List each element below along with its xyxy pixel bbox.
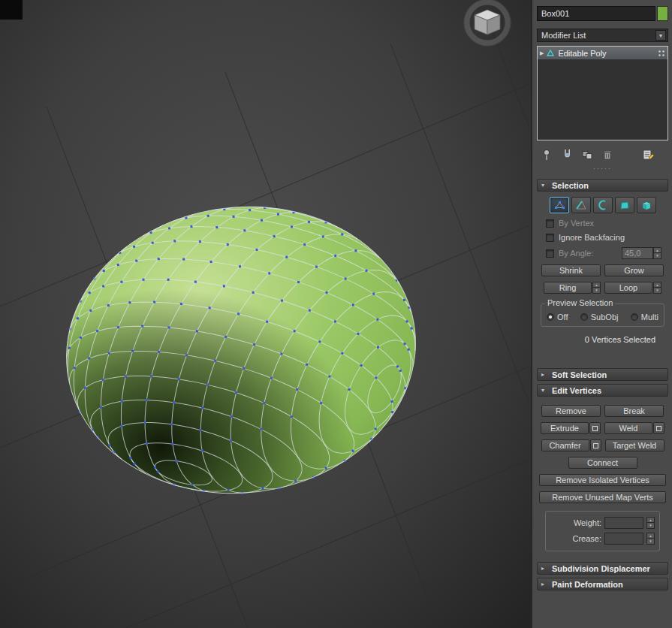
modifier-list-label: Modifier List — [541, 31, 655, 40]
weight-spinner-icon[interactable]: ▴▾ — [646, 517, 655, 529]
configure-modifier-sets-icon[interactable] — [640, 147, 655, 162]
preview-subobj-label: SubObj — [591, 312, 619, 322]
preview-selection-title: Preview Selection — [545, 298, 615, 307]
border-icon — [597, 200, 609, 210]
subobject-element-button[interactable] — [637, 197, 656, 213]
by-angle-row: By Angle: 45,0 ▴▾ — [539, 247, 666, 259]
crease-field[interactable] — [604, 533, 643, 545]
object-color-swatch[interactable] — [657, 6, 668, 21]
show-end-result-icon[interactable] — [559, 147, 574, 162]
extrude-settings-button[interactable] — [589, 422, 601, 434]
collapse-arrow-icon: ▾ — [541, 387, 548, 394]
weight-field[interactable] — [604, 517, 643, 529]
subobject-level-icon — [658, 50, 665, 57]
rollout-title: Soft Selection — [552, 370, 607, 379]
pin-stack-icon[interactable] — [539, 147, 554, 162]
selection-body: By Vertex Ignore Backfacing By Angle: 45… — [537, 192, 668, 355]
remove-button[interactable]: Remove — [541, 405, 601, 417]
radio-icon — [631, 313, 638, 321]
ignore-backfacing-label: Ignore Backfacing — [559, 233, 625, 242]
by-angle-label: By Angle: — [559, 249, 593, 258]
subobject-border-button[interactable] — [593, 197, 613, 213]
connect-row: Connect — [539, 457, 666, 469]
by-angle-spinner[interactable]: 45,0 ▴▾ — [622, 247, 661, 259]
viewport[interactable] — [0, 0, 531, 628]
expand-arrow-icon[interactable]: ▶ — [540, 50, 544, 56]
viewport-corner — [0, 0, 23, 20]
radio-icon — [547, 313, 554, 321]
ring-spinner-icon[interactable]: ▴▾ — [592, 282, 601, 294]
spinner-arrows-icon[interactable]: ▴▾ — [653, 247, 661, 259]
rollout-paint-deformation[interactable]: ▸ Paint Deformation — [537, 578, 668, 590]
object-name-field[interactable] — [537, 6, 655, 21]
ring-button[interactable]: Ring — [544, 282, 592, 294]
make-unique-icon[interactable] — [580, 147, 595, 162]
stack-toolbar — [537, 146, 668, 164]
remove-modifier-icon[interactable] — [600, 147, 615, 162]
crease-row: Crease: ▴▾ — [549, 533, 656, 545]
subobject-vertex-button[interactable] — [550, 197, 569, 213]
crease-label: Crease: — [565, 534, 601, 543]
loop-spinner-icon[interactable]: ▴▾ — [653, 282, 661, 294]
radio-icon — [580, 313, 588, 321]
weld-settings-button[interactable] — [653, 422, 664, 434]
weld-button[interactable]: Weld — [604, 422, 652, 434]
preview-multi-radio[interactable]: Multi — [631, 312, 658, 322]
shrink-button[interactable]: Shrink — [541, 264, 601, 276]
panel-resize-handle[interactable] — [537, 164, 668, 174]
vertex-icon — [553, 200, 565, 210]
ring-loop-row: Ring ▴▾ Loop ▴▾ — [539, 282, 666, 294]
modifier-stack[interactable]: ▶ Editable Poly — [537, 46, 668, 140]
command-panel: Modifier List ▼ ▶ Editable Poly — [531, 0, 672, 628]
chamfer-settings-button[interactable] — [590, 439, 601, 451]
weight-label: Weight: — [565, 518, 601, 527]
shrink-grow-row: Shrink Grow — [539, 264, 666, 276]
viewcube-cube[interactable] — [475, 10, 500, 35]
selection-status: 0 Vertices Selected — [539, 327, 666, 344]
remove-isolated-row: Remove Isolated Vertices — [539, 474, 666, 486]
settings-box-icon — [592, 426, 598, 431]
element-icon — [640, 200, 652, 210]
extrude-button[interactable]: Extrude — [541, 422, 589, 434]
edge-icon — [575, 200, 587, 210]
loop-button[interactable]: Loop — [604, 282, 652, 294]
remove-break-row: Remove Break — [539, 405, 666, 417]
subobject-polygon-button[interactable] — [615, 197, 634, 213]
preview-off-radio[interactable]: Off — [547, 312, 568, 322]
weight-crease-group: Weight: ▴▾ Crease: ▴▾ — [545, 511, 660, 551]
by-angle-checkbox[interactable] — [546, 249, 554, 258]
break-button[interactable]: Break — [604, 405, 664, 417]
rollout-edit-vertices[interactable]: ▾ Edit Vertices — [537, 384, 668, 397]
crease-spinner-icon[interactable]: ▴▾ — [646, 533, 655, 545]
stack-item-editable-poly[interactable]: ▶ Editable Poly — [538, 47, 667, 59]
rollout-soft-selection[interactable]: ▸ Soft Selection — [537, 368, 668, 381]
target-weld-button[interactable]: Target Weld — [605, 439, 664, 451]
edit-vertices-body: Remove Break Extrude Weld Chamfer Targe — [537, 397, 668, 551]
grow-button[interactable]: Grow — [604, 264, 664, 276]
viewport-canvas[interactable] — [0, 0, 531, 628]
ignore-backfacing-checkbox[interactable]: Ignore Backfacing — [539, 233, 666, 242]
rollout-title: Paint Deformation — [552, 580, 623, 589]
chevron-down-icon[interactable]: ▼ — [655, 30, 666, 41]
chamfer-button[interactable]: Chamfer — [541, 439, 589, 451]
object-name-row — [537, 6, 668, 21]
rollout-selection[interactable]: ▾ Selection — [537, 179, 668, 192]
collapse-arrow-icon: ▸ — [541, 371, 548, 378]
rollout-title: Subdivision Displacemer — [552, 564, 650, 573]
subobject-edge-button[interactable] — [571, 197, 591, 213]
preview-subobj-radio[interactable]: SubObj — [580, 312, 619, 322]
settings-box-icon — [593, 443, 598, 448]
rollout-subdivision-displacement[interactable]: ▸ Subdivision Displacemer — [537, 562, 668, 575]
app-root: Modifier List ▼ ▶ Editable Poly — [0, 0, 672, 628]
subobject-buttons — [539, 197, 666, 213]
by-vertex-checkbox[interactable]: By Vertex — [539, 219, 666, 228]
remove-unused-row: Remove Unused Map Verts — [539, 491, 666, 503]
editable-poly-icon — [547, 49, 555, 57]
settings-box-icon — [656, 426, 661, 431]
connect-button[interactable]: Connect — [568, 457, 637, 469]
remove-unused-map-verts-button[interactable]: Remove Unused Map Verts — [539, 491, 666, 503]
weight-row: Weight: ▴▾ — [549, 517, 656, 529]
by-angle-value[interactable]: 45,0 — [622, 247, 653, 259]
remove-isolated-vertices-button[interactable]: Remove Isolated Vertices — [539, 474, 666, 486]
modifier-list-dropdown[interactable]: Modifier List ▼ — [537, 29, 668, 42]
